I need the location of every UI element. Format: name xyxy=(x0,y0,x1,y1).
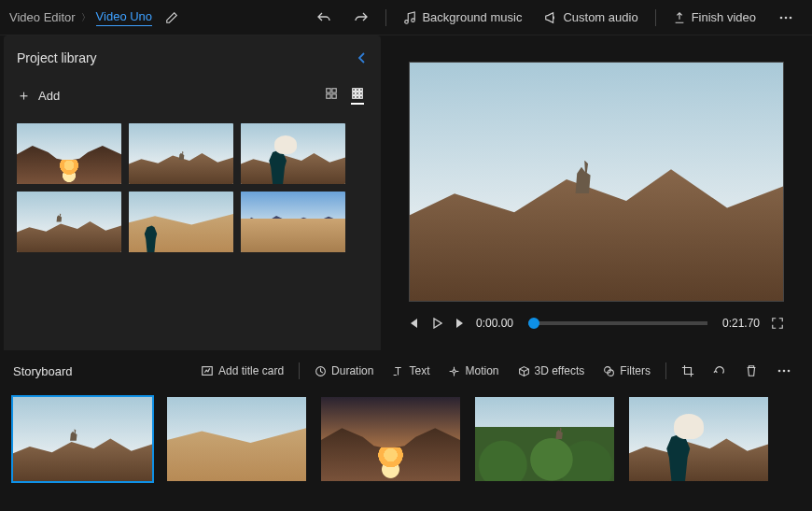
library-thumb[interactable] xyxy=(129,123,233,184)
title-card-icon xyxy=(201,364,214,377)
3d-effects-button[interactable]: 3D effects xyxy=(511,361,593,381)
play-button[interactable] xyxy=(431,318,442,329)
duration-label: Duration xyxy=(331,364,373,377)
add-title-card-label: Add title card xyxy=(218,364,284,377)
add-label: Add xyxy=(38,89,60,103)
custom-audio-label: Custom audio xyxy=(563,10,637,24)
breadcrumb-project[interactable]: Video Uno xyxy=(96,9,152,26)
custom-audio-button[interactable]: Custom audio xyxy=(535,7,647,28)
trash-icon xyxy=(745,364,758,377)
svg-point-0 xyxy=(780,16,783,19)
library-thumb[interactable] xyxy=(241,123,345,184)
storyboard-title: Storyboard xyxy=(13,364,73,378)
text-icon xyxy=(392,365,404,377)
storyboard-clip[interactable] xyxy=(167,397,306,481)
edit-name-icon[interactable] xyxy=(165,11,178,24)
time-total: 0:21.70 xyxy=(722,317,760,330)
crop-icon xyxy=(681,364,694,377)
megaphone-icon xyxy=(544,11,557,24)
grid-large-icon xyxy=(325,87,338,100)
more-icon xyxy=(778,10,793,25)
undo-button[interactable] xyxy=(307,7,341,29)
finish-video-label: Finish video xyxy=(692,10,756,24)
transport-controls: 0:00.00 0:21.70 xyxy=(409,317,784,330)
svg-rect-7 xyxy=(353,88,356,91)
svg-rect-13 xyxy=(353,95,356,98)
breadcrumb-root[interactable]: Video Editor xyxy=(9,10,76,24)
duration-button[interactable]: Duration xyxy=(307,361,381,381)
svg-point-23 xyxy=(788,370,791,373)
svg-rect-10 xyxy=(353,92,356,94)
project-library-title: Project library xyxy=(17,50,97,65)
library-thumbnails xyxy=(17,123,371,252)
svg-point-2 xyxy=(790,16,792,19)
add-title-card-button[interactable]: Add title card xyxy=(193,361,291,381)
text-button[interactable]: Text xyxy=(385,361,437,381)
preview-video[interactable] xyxy=(409,62,784,302)
svg-rect-14 xyxy=(357,95,359,98)
library-thumb[interactable] xyxy=(241,192,345,252)
rotate-button[interactable] xyxy=(706,361,734,381)
filters-button[interactable]: Filters xyxy=(595,361,658,381)
svg-rect-6 xyxy=(332,93,336,97)
delete-button[interactable] xyxy=(737,361,765,381)
library-thumb[interactable] xyxy=(17,123,121,184)
project-library-panel: Project library ＋ Add xyxy=(4,35,381,350)
svg-rect-9 xyxy=(360,88,363,91)
preview-panel: 0:00.00 0:21.70 xyxy=(381,35,812,350)
top-actions: Background music Custom audio Finish vid… xyxy=(307,7,803,29)
svg-rect-15 xyxy=(360,95,363,98)
top-bar: Video Editor 〉 Video Uno Background musi… xyxy=(0,0,812,35)
library-thumb[interactable] xyxy=(129,192,233,252)
separator xyxy=(299,362,300,379)
storyboard-clip[interactable] xyxy=(13,397,152,481)
redo-button[interactable] xyxy=(344,7,378,29)
svg-point-1 xyxy=(785,16,788,19)
finish-video-button[interactable]: Finish video xyxy=(664,7,765,28)
text-label: Text xyxy=(409,364,429,377)
storyboard-clip[interactable] xyxy=(321,397,460,481)
rotate-icon xyxy=(713,364,726,377)
background-music-button[interactable]: Background music xyxy=(394,7,531,28)
filters-icon xyxy=(603,365,615,377)
library-thumb[interactable] xyxy=(17,192,121,252)
more-button[interactable] xyxy=(769,7,803,29)
play-icon xyxy=(431,318,442,329)
scrubber-knob[interactable] xyxy=(528,318,539,329)
svg-point-18 xyxy=(453,369,455,372)
storyboard-more-button[interactable] xyxy=(769,360,799,382)
filters-label: Filters xyxy=(620,364,651,377)
chevron-left-icon xyxy=(357,52,368,64)
fullscreen-icon xyxy=(771,317,784,330)
plus-icon: ＋ xyxy=(17,87,31,105)
view-small-button[interactable] xyxy=(351,87,364,105)
timeline-scrubber[interactable] xyxy=(528,321,707,325)
export-icon xyxy=(673,11,686,24)
fullscreen-button[interactable] xyxy=(771,317,784,330)
main-area: Project library ＋ Add xyxy=(0,35,812,350)
motion-label: Motion xyxy=(465,364,498,377)
storyboard-bar: Storyboard Add title card Duration Text … xyxy=(0,354,812,388)
motion-icon xyxy=(448,365,460,377)
view-large-button[interactable] xyxy=(325,87,338,105)
crop-button[interactable] xyxy=(674,361,702,381)
clock-icon xyxy=(315,365,327,377)
next-frame-button[interactable] xyxy=(454,318,465,329)
storyboard-clip[interactable] xyxy=(629,397,768,481)
motion-button[interactable]: Motion xyxy=(441,361,506,381)
previous-frame-button[interactable] xyxy=(409,318,420,329)
background-music-label: Background music xyxy=(422,10,522,24)
cube-icon xyxy=(518,365,530,377)
separator xyxy=(655,9,656,26)
collapse-library-button[interactable] xyxy=(357,52,368,64)
more-icon xyxy=(777,363,791,378)
svg-rect-4 xyxy=(332,88,336,92)
breadcrumb: Video Editor 〉 Video Uno xyxy=(9,9,178,26)
add-media-button[interactable]: ＋ Add xyxy=(17,87,60,105)
svg-point-22 xyxy=(783,370,786,373)
storyboard-clip[interactable] xyxy=(475,397,614,481)
svg-point-21 xyxy=(778,370,781,373)
music-icon xyxy=(403,11,416,24)
svg-rect-3 xyxy=(327,88,330,92)
svg-rect-11 xyxy=(357,92,359,94)
